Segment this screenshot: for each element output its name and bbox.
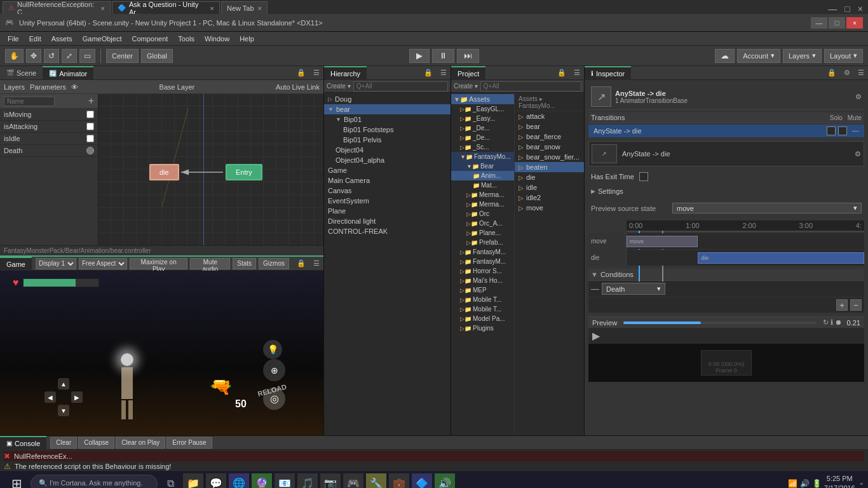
show-desktop-btn[interactable]: ▫ [860,479,863,488]
tool-move[interactable]: ✥ [26,49,41,63]
mute-checkbox[interactable] [838,126,847,135]
clear-on-play-btn[interactable]: Clear on Play [116,437,165,449]
hier-search[interactable] [353,81,448,92]
list-item[interactable]: Object04_alpha [324,155,451,165]
tab-console[interactable]: ▣ Console [0,436,46,450]
win-minimize[interactable]: — [811,17,827,29]
menu-component[interactable]: Component [126,34,173,44]
display-select[interactable]: Display 1 [36,258,76,269]
mute-audio-btn[interactable]: Mute audio [190,258,230,269]
task-view-btn[interactable]: ⧉ [160,473,180,489]
list-item[interactable]: ▷📁Prefab... [451,238,514,247]
list-item[interactable]: ▷Doug [324,94,451,104]
stats-btn[interactable]: Stats [233,258,256,269]
taskbar-app-11[interactable]: 🔷 [412,473,432,489]
console-warn-row[interactable]: ⚠ The referenced script on this Behaviou… [4,461,864,470]
list-item[interactable]: ▷bear_snow_fier... [515,152,584,162]
list-item[interactable]: Directional light [324,216,451,226]
tool-hand[interactable]: ✋ [5,49,24,63]
step-button[interactable]: ⏭ [457,49,479,63]
account-dropdown[interactable]: Account▾ [737,49,780,63]
browser-tab-active[interactable]: 🔷 Ask a Question - Unity Ar... × [112,1,220,14]
list-item[interactable]: ▷📁Mobile T... [451,295,514,304]
tab-animator[interactable]: 🔄 Animator [43,66,93,80]
hierarchy-lock[interactable]: 🔒 [420,69,437,77]
list-item[interactable]: Object04 [324,145,451,155]
list-item[interactable]: ▷📁_EasyGL... [451,104,514,114]
list-item[interactable]: ▷idle2 [515,193,584,203]
browser-close[interactable]: × [855,4,865,14]
list-item[interactable]: 📁Anim... [451,171,514,180]
list-item[interactable]: ▷📁_De... [451,123,514,133]
add-param-btn[interactable]: + [88,95,94,107]
menu-tools[interactable]: Tools [173,34,200,44]
preview-info-icon[interactable]: ℹ [831,318,833,327]
network-icon[interactable]: 📶 [788,479,797,488]
clear-btn[interactable]: Clear [50,437,77,449]
inspector-menu[interactable]: ☰ [854,69,868,77]
list-item[interactable]: ▷📁Plugins [451,323,514,333]
list-item[interactable]: ▷📁_Sc... [451,142,514,152]
win-close[interactable]: × [846,17,863,29]
list-item[interactable]: ▷📁MEP [451,285,514,295]
list-item[interactable]: ▼bear [324,104,451,114]
win-restore[interactable]: □ [829,17,845,29]
taskbar-app-10[interactable]: 💼 [389,473,409,489]
list-item[interactable]: ▷📁FantasyM... [451,247,514,257]
list-item[interactable]: ▷📁Plane... [451,228,514,238]
list-item[interactable]: ▷📁Merma... [451,200,514,209]
collapse-btn[interactable]: Collapse [78,437,114,449]
console-error-row[interactable]: ✖ NullReferenceEx... [4,451,864,461]
search-bar[interactable]: 🔍 I'm Cortana. Ask me anything. [31,475,158,489]
transition-item[interactable]: AnyState -> die — [588,125,864,137]
taskbar-app-9[interactable]: 🔧 [366,473,386,489]
project-menu[interactable]: ☰ [570,69,584,77]
list-item[interactable]: ▷die [515,172,584,182]
list-item[interactable]: Bip01 Pelvis [324,135,451,145]
auto-live-link[interactable]: Auto Live Link [276,83,320,91]
error-pause-btn[interactable]: Error Pause [166,437,212,449]
preview-dot-icon[interactable]: ⏺ [835,318,842,327]
volume-icon[interactable]: 🔊 [800,479,810,488]
list-item[interactable]: CONTROL-FREAK [324,226,451,236]
hierarchy-menu[interactable]: ☰ [437,69,451,77]
params-tab[interactable]: Parameters [30,83,66,91]
list-item[interactable]: ▷📁Model Pa... [451,314,514,323]
preview-play-btn[interactable]: ▶ [592,330,600,342]
list-item[interactable]: ▷📁FantasyM... [451,257,514,266]
maximize-play-btn[interactable]: Maximize on Play [130,258,187,269]
taskbar-app-4[interactable]: 🔮 [252,473,272,489]
param-isidle-checkbox[interactable] [86,135,94,142]
gizmos-btn[interactable]: Gizmos [259,258,289,269]
menu-assets[interactable]: Assets [46,34,78,44]
state-settings-btn[interactable]: ⚙ [855,93,862,101]
menu-edit[interactable]: Edit [24,34,46,44]
list-item[interactable]: ▼📁Bear [451,161,514,171]
remove-transition-btn[interactable]: — [852,126,859,135]
browser-tab-2[interactable]: New Tab × [221,1,268,14]
has-exit-time-checkbox[interactable] [639,172,648,181]
list-item[interactable]: ▷beaten [515,162,584,172]
aspect-select[interactable]: Free Aspect [79,258,127,269]
list-item[interactable]: ▷📁Orc [451,209,514,219]
list-item[interactable]: ▼📁FantasyMo... [451,152,514,161]
list-item[interactable]: ▷📁_De... [451,133,514,142]
anystate-settings[interactable]: ⚙ [855,150,861,158]
tool-rect[interactable]: ▭ [79,49,95,63]
condition-minus-btn[interactable]: — [591,284,599,294]
aim-button[interactable]: ⊕ [263,359,285,381]
tab-inspector[interactable]: ℹ Inspector [585,66,631,80]
list-item[interactable]: ▷📁Orc_A... [451,219,514,228]
menu-gameobject[interactable]: GameObject [78,34,127,44]
dpad-up[interactable]: ▲ [58,378,69,390]
taskbar-app-5[interactable]: 📧 [275,473,295,489]
dpad-left[interactable]: ◀ [44,391,56,403]
menu-help[interactable]: Help [234,34,259,44]
menu-file[interactable]: File [3,34,24,44]
panel-lock-icon[interactable]: 🔒 [293,69,309,77]
pause-button[interactable]: ⏸ [432,49,454,63]
list-item[interactable]: ▼Bip01 [324,114,451,125]
game-menu-icon[interactable]: ☰ [309,259,323,268]
list-item[interactable]: 📁Mat... [451,180,514,190]
die-node[interactable]: die [149,164,179,180]
